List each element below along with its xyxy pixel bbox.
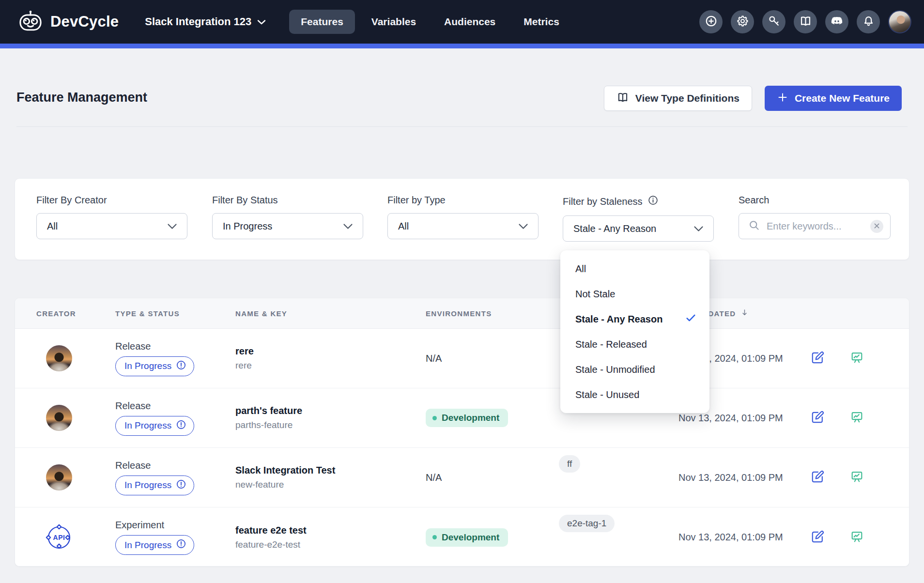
edit-pencil-icon: [810, 529, 825, 546]
chart-board-icon: [849, 469, 864, 486]
book-icon: [799, 15, 812, 29]
edit-feature-button[interactable]: [810, 350, 825, 367]
create-new-feature-label: Create New Feature: [795, 92, 890, 104]
status-badge: In Progress: [115, 416, 194, 436]
feature-type: Release: [115, 400, 151, 412]
edit-feature-button[interactable]: [810, 529, 825, 546]
project-selector[interactable]: Slack Integration 123: [145, 15, 266, 28]
filter-bar: Filter By Creator All Filter By Status I…: [15, 178, 909, 260]
edit-pencil-icon: [810, 469, 825, 486]
view-type-definitions-button[interactable]: View Type Definitions: [604, 86, 752, 111]
chart-board-icon: [849, 350, 864, 367]
feature-metrics-button[interactable]: [849, 529, 864, 546]
chevron-down-icon: [518, 221, 528, 232]
column-header-environments: ENVIRONMENTS: [426, 309, 559, 318]
feature-metrics-button[interactable]: [849, 410, 864, 426]
search-input[interactable]: [767, 221, 864, 232]
menu-item-all[interactable]: All: [560, 256, 709, 281]
filter-creator-label: Filter By Creator: [36, 195, 187, 206]
table-row[interactable]: Release In Progress Slack Integration Te…: [15, 448, 909, 507]
tab-metrics[interactable]: Metrics: [512, 10, 571, 34]
add-circle-icon: [705, 15, 718, 29]
table-row[interactable]: API Experiment In Progress feature e2e t…: [15, 507, 909, 567]
menu-item-stale-any-reason[interactable]: Stale - Any Reason: [560, 307, 709, 332]
add-button[interactable]: [699, 10, 723, 33]
menu-item-stale-released[interactable]: Stale - Released: [560, 332, 709, 357]
creator-avatar: [46, 405, 72, 431]
tag-pill: e2e-tag-1: [559, 515, 615, 532]
search-icon: [748, 219, 760, 233]
menu-item-not-stale[interactable]: Not Stale: [560, 281, 709, 307]
updated-date: Nov 13, 2024, 01:09 PM: [678, 472, 804, 483]
menu-item-stale-unmodified[interactable]: Stale - Unmodified: [560, 357, 709, 382]
api-keys-button[interactable]: [762, 10, 785, 33]
filter-status-value: In Progress: [223, 221, 272, 232]
clear-search-button[interactable]: [870, 220, 883, 233]
feature-name: Slack Integration Test: [235, 465, 426, 476]
environment-pill: Development: [426, 409, 508, 427]
navbar-icon-group: [699, 10, 911, 33]
user-avatar[interactable]: [888, 10, 911, 33]
tab-features[interactable]: Features: [289, 10, 355, 34]
chevron-down-icon: [343, 221, 353, 232]
discord-button[interactable]: [825, 10, 848, 33]
check-icon: [685, 312, 697, 326]
settings-button[interactable]: [731, 10, 754, 33]
feature-metrics-button[interactable]: [849, 469, 864, 486]
gear-icon: [736, 15, 749, 29]
feature-metrics-button[interactable]: [849, 350, 864, 367]
feature-name: parth's feature: [235, 405, 426, 416]
edit-feature-button[interactable]: [810, 469, 825, 486]
feature-key: rere: [235, 360, 426, 371]
tab-variables[interactable]: Variables: [360, 10, 428, 34]
status-badge: In Progress: [115, 476, 194, 495]
table-row[interactable]: Release In Progress rere rere N/A Nov 13…: [15, 329, 909, 388]
chevron-down-icon: [693, 223, 704, 234]
notifications-button[interactable]: [857, 10, 880, 33]
edit-pencil-icon: [810, 350, 825, 367]
docs-button[interactable]: [794, 10, 817, 33]
chevron-down-icon: [167, 221, 177, 232]
sort-descending-icon: [740, 308, 749, 319]
filter-status-select[interactable]: In Progress: [212, 213, 363, 239]
filter-staleness-label: Filter by Staleness: [563, 196, 643, 207]
exclamation-circle-icon: [176, 479, 186, 492]
status-badge: In Progress: [115, 356, 194, 376]
devcycle-robot-logo-icon: [17, 10, 44, 34]
info-icon[interactable]: [647, 195, 659, 208]
feature-name: rere: [235, 346, 426, 357]
filter-staleness-select[interactable]: Stale - Any Reason: [563, 215, 714, 242]
exclamation-circle-icon: [176, 419, 186, 432]
api-badge-label: API: [46, 524, 73, 551]
tag-pill: ff: [559, 455, 580, 473]
create-new-feature-button[interactable]: Create New Feature: [765, 86, 902, 111]
filter-type-label: Filter by Type: [387, 195, 539, 206]
filter-creator-select[interactable]: All: [36, 213, 187, 239]
environments-value: N/A: [426, 353, 442, 364]
filter-type-value: All: [398, 221, 409, 232]
column-header-type-status: TYPE & STATUS: [115, 309, 235, 318]
feature-name: feature e2e test: [235, 525, 426, 536]
updated-date: Nov 13, 2024, 01:09 PM: [678, 413, 804, 424]
environment-dot-icon: [432, 535, 437, 539]
edit-feature-button[interactable]: [810, 410, 825, 426]
table-row[interactable]: Release In Progress parth's feature part…: [15, 388, 909, 448]
features-table: CREATOR TYPE & STATUS NAME & KEY ENVIRON…: [15, 298, 909, 567]
menu-item-stale-unused[interactable]: Stale - Unused: [560, 382, 709, 407]
tab-audiences[interactable]: Audiences: [432, 10, 507, 34]
devcycle-brand[interactable]: DevCycle: [17, 10, 119, 34]
staleness-dropdown-menu: All Not Stale Stale - Any Reason Stale -…: [560, 250, 709, 413]
bell-icon: [862, 15, 875, 29]
divider: [16, 126, 908, 127]
filter-type-select[interactable]: All: [387, 213, 539, 239]
column-header-name-key: NAME & KEY: [235, 309, 426, 318]
feature-type: Release: [115, 341, 151, 352]
search-label: Search: [739, 195, 891, 206]
page-actions: View Type Definitions Create New Feature: [604, 86, 902, 111]
environments-value: N/A: [426, 472, 442, 483]
search-box: [739, 213, 891, 239]
chart-board-icon: [849, 529, 864, 546]
feature-key: feature-e2e-test: [235, 539, 426, 550]
accent-bar: [0, 44, 924, 48]
api-creator-badge: API: [46, 524, 73, 551]
